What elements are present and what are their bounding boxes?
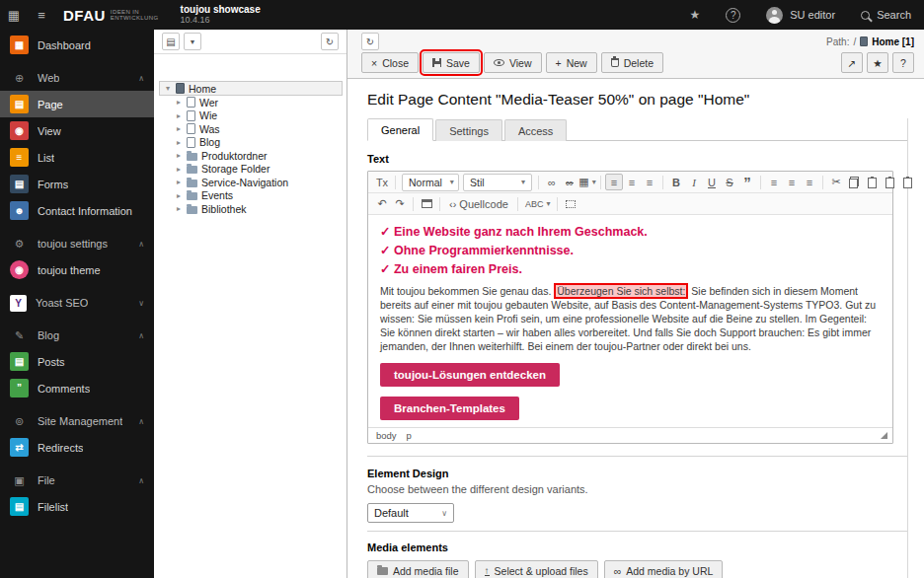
paragraph-format-select[interactable]: Normal▾ [402,174,459,191]
tree-node-produktordner[interactable]: ▸ Produktordner [171,149,343,163]
sidebar-item-filelist[interactable]: ▤ Filelist [0,493,154,520]
tree-node-home[interactable]: ▾ Home [159,81,343,96]
style-select[interactable]: Stil▾ [463,174,532,191]
sidebar-item-comments[interactable]: ” Comments [0,375,154,401]
source-icon: ‹› [449,198,456,210]
sidebar-item-list[interactable]: ≡ List [0,144,154,171]
expander-icon[interactable]: ▸ [175,204,183,213]
user-menu-button[interactable]: SU editor [753,0,848,30]
tree-node-blog[interactable]: ▸ Blog [171,136,343,150]
filter-button[interactable]: ▼ [184,33,201,50]
bookmarks-button[interactable]: ★ [677,0,714,30]
element-path-p[interactable]: p [407,430,412,441]
delete-button[interactable]: Delete [601,52,663,73]
help-button[interactable]: ? [892,52,914,73]
module-menu-toggle-icon[interactable]: ▦ [0,0,28,30]
resize-handle[interactable] [881,432,887,439]
vendor-logo[interactable]: DFAU IDEEN IN ENTWICKLUNG [63,7,159,24]
path-page[interactable]: Home [1] [872,36,914,47]
refresh-tree-button[interactable]: ↻ [321,33,339,50]
pagetree-toggle-icon[interactable]: ≡ [28,0,55,30]
underline-button[interactable]: U [703,174,721,190]
open-new-window-button[interactable]: ↗ [841,52,863,73]
expander-icon[interactable]: ▸ [175,138,183,147]
sidebar-item-forms[interactable]: ▤ Forms [0,171,154,197]
tree-node-storage-folder[interactable]: ▸ Storage Folder [171,163,343,177]
strikethrough-button[interactable]: S [721,174,738,190]
redo-button[interactable]: ↷ [391,195,409,212]
expander-icon[interactable]: ▸ [175,191,183,200]
reload-button[interactable]: ↻ [361,33,379,50]
sidebar-section-blog[interactable]: ✎ Blog ∧ [0,323,154,348]
tree-node-wer[interactable]: ▸ Wer [171,96,343,109]
italic-button[interactable]: I [685,174,703,190]
remove-format-button[interactable]: Tx [373,174,391,190]
source-button[interactable]: ‹› Quellcode [444,195,513,212]
new-button[interactable]: + New [546,52,597,73]
blockquote-button[interactable]: ” [738,174,756,190]
sidebar-section-site-management[interactable]: ⊚ Site Management ∧ [0,408,154,434]
ordered-list-button[interactable]: ≡ [765,174,783,190]
bold-button[interactable]: B [667,174,685,190]
save-button[interactable]: Save [423,52,480,73]
tab-access[interactable]: Access [504,119,567,141]
paste-word-button[interactable] [898,174,916,190]
align-center-button[interactable]: ≡ [623,174,641,190]
view-button[interactable]: View [484,52,542,73]
table-button[interactable]: ▦▾ [578,174,596,190]
expander-icon[interactable]: ▸ [175,111,183,120]
tree-node-service-navigation[interactable]: ▸ Service-Navigation [171,176,343,189]
tree-node-was[interactable]: ▸ Was [171,122,343,136]
sidebar-item-contact-information[interactable]: ☻ Contact Information [0,197,154,224]
help-menu-button[interactable]: ? [713,0,753,30]
spellcheck-button[interactable]: ABC ▾ [522,195,554,212]
sidebar-section-yoast-seo[interactable]: Y Yoast SEO ∨ [0,290,154,316]
cta-primary-button[interactable]: toujou-Lösungen entdecken [380,363,560,387]
close-button[interactable]: × Close [361,52,419,73]
indent-button[interactable]: ≡ [801,174,818,190]
add-media-by-url-button[interactable]: ∞ Add media by URL [604,560,724,578]
cta-secondary-button[interactable]: Branchen-Templates [380,397,519,420]
sidebar-item-view[interactable]: ◉ View [0,117,154,144]
sidebar-section-toujou-settings[interactable]: ⚙ toujou settings ∧ [0,231,154,256]
add-media-file-button[interactable]: Add media file [367,560,469,578]
chevron-up-icon: ∧ [138,74,144,83]
align-left-button[interactable]: ≡ [605,174,623,190]
sidebar-item-redirects[interactable]: ⇄ Redirects [0,434,154,461]
sidebar-item-toujou-theme[interactable]: ◉ toujou theme [0,256,154,283]
design-variant-select[interactable]: Default ∨ [367,503,454,523]
select-upload-files-button[interactable]: ↑ Select & upload files [475,560,598,578]
rte-content[interactable]: ✓ Eine Website ganz nach Ihrem Geschmack… [368,215,892,427]
tab-general[interactable]: General [367,118,433,141]
search-button[interactable]: Search [848,0,924,30]
undo-button[interactable]: ↶ [373,195,391,212]
align-right-button[interactable]: ≡ [641,174,658,190]
cut-button[interactable]: ✂ [827,174,845,190]
expander-icon[interactable]: ▸ [175,98,183,107]
paste-text-button[interactable] [881,174,898,190]
tree-node-wie[interactable]: ▸ Wie [171,109,343,123]
tab-settings[interactable]: Settings [435,119,502,141]
expander-icon[interactable]: ▸ [175,124,183,133]
show-blocks-button[interactable] [562,195,579,212]
sidebar-item-dashboard[interactable]: ▦ Dashboard [0,32,154,58]
copy-button[interactable] [845,174,863,190]
expander-icon[interactable]: ▸ [175,151,183,160]
unordered-list-button[interactable]: ≡ [783,174,801,190]
sidebar-item-posts[interactable]: ▤ Posts [0,348,154,375]
tree-node-bibliothek[interactable]: ▸ Bibliothek [171,202,343,216]
link-button[interactable]: ∞ [543,174,561,190]
maximize-button[interactable] [418,195,435,212]
paste-button[interactable] [863,174,881,190]
bookmark-button[interactable]: ★ [867,52,888,73]
sidebar-section-web[interactable]: ⊕ Web ∧ [0,65,154,91]
element-path-body[interactable]: body [376,430,397,441]
expander-icon[interactable]: ▾ [164,84,172,93]
sidebar-section-file[interactable]: ▣ File ∧ [0,468,154,493]
expander-icon[interactable]: ▸ [175,178,183,186]
unlink-button[interactable]: ∞ [561,174,578,190]
new-page-button[interactable]: ▤ [162,33,180,50]
sidebar-item-page[interactable]: ▤ Page [0,91,154,117]
expander-icon[interactable]: ▸ [175,165,183,174]
tree-node-events[interactable]: ▸ Events [171,189,343,203]
